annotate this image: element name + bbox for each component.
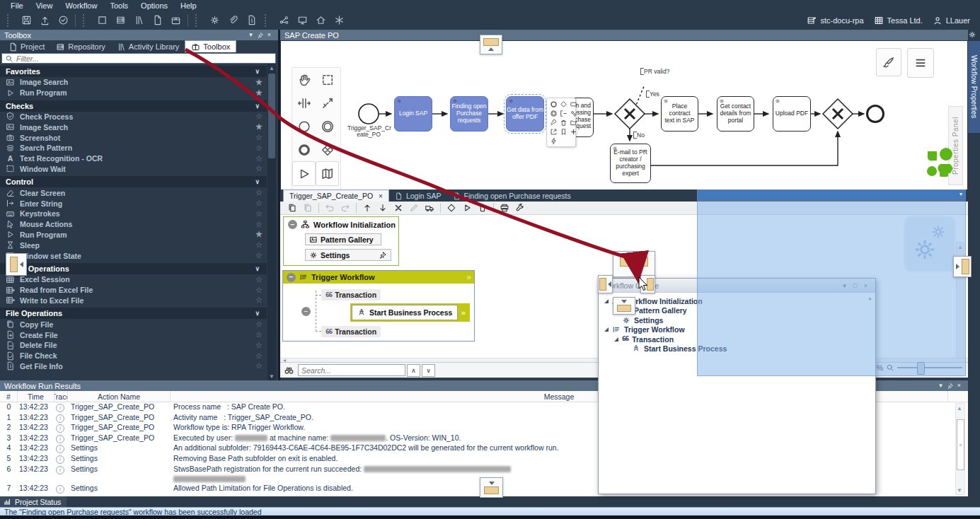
group-trigger-workflow[interactable]: − Trigger Workflow » 66 Transaction − St…	[282, 270, 475, 342]
search-previous-button[interactable]: ∧	[407, 364, 420, 377]
toolbox-item-sleep[interactable]: Sleep☆	[0, 240, 267, 250]
palette-intermediate-event[interactable]	[316, 115, 339, 138]
toolbox-item-copy-file[interactable]: Copy File☆	[0, 319, 267, 330]
menu-item-file[interactable]: File	[4, 1, 30, 10]
outline-node-trigger-workflow[interactable]: Trigger Workflow	[604, 325, 685, 334]
toolbox-item-get-file-info[interactable]: Get File Info☆	[0, 361, 267, 372]
tab-workflow-properties[interactable]: Workflow Properties	[968, 41, 980, 133]
editor-toolbar-printer-button[interactable]	[497, 202, 512, 214]
menu-item-workflow[interactable]: Workflow	[59, 1, 103, 10]
results-column-trace[interactable]: Trace	[54, 391, 68, 402]
toolbox-item-search-pattern[interactable]: Search Pattern☆	[0, 143, 267, 153]
favorite-star-icon[interactable]: ☆	[254, 330, 264, 339]
editor-toolbar-wrench-button[interactable]	[512, 202, 528, 214]
diagram-menu-button[interactable]	[907, 48, 934, 78]
dock-guide-tab-bottom-icon[interactable]	[613, 297, 635, 315]
favorite-star-icon[interactable]: ★	[254, 78, 264, 87]
favorite-star-icon[interactable]: ☆	[254, 133, 264, 142]
toolbox-item-file-check[interactable]: File Check☆	[0, 351, 267, 361]
outline-node-settings[interactable]: Settings	[614, 315, 663, 325]
collapse-button[interactable]: −	[301, 307, 311, 316]
favorite-star-icon[interactable]: ☆	[254, 154, 264, 163]
tab-activity-library[interactable]: Activity Library	[111, 41, 185, 52]
scrollbar-thumb[interactable]	[268, 74, 275, 158]
dock-guide-tab-top-icon[interactable]	[613, 251, 655, 277]
bpmn-task-place-contract-text-in-sap[interactable]: Place contracttext in SAP	[661, 96, 698, 132]
toolbar-button-new-document[interactable]	[93, 13, 110, 28]
toolbox-item-image-search[interactable]: Image Search★	[0, 77, 267, 88]
toolbox-pin-icon[interactable]	[255, 31, 265, 40]
favorite-star-icon[interactable]: ★	[254, 122, 264, 132]
toolbar-button-publish[interactable]	[36, 13, 53, 28]
toolbar-button-activity-library[interactable]	[130, 13, 147, 28]
toolbox-item-clear-screen[interactable]: Clear Screen☆	[0, 187, 267, 198]
favorite-star-icon[interactable]: ☆	[254, 240, 264, 250]
editor-toolbar-copy-button[interactable]	[284, 202, 300, 214]
toolbar-button-attachments[interactable]	[224, 13, 241, 28]
favorite-star-icon[interactable]: ☆	[254, 188, 264, 197]
pad-lightning[interactable]	[548, 136, 558, 146]
workspace-chip[interactable]: stc-docu-rpa	[807, 16, 863, 25]
toolbox-item-run-program[interactable]: Run Program★	[0, 88, 267, 98]
bpmn-task-login-sap[interactable]: Login SAP	[394, 96, 432, 132]
group-workflow-initialization[interactable]: − Workflow Initialization Pattern Galler…	[283, 216, 399, 266]
bpmn-task-get-data-from-offer-pdf[interactable]: Get data fromoffer PDF	[506, 96, 544, 132]
favorite-star-icon[interactable]: ★	[254, 88, 264, 98]
results-pin-icon[interactable]	[945, 382, 955, 390]
dock-guide-top-icon[interactable]	[480, 35, 502, 54]
editor-tab-finding-open-purchase-requests[interactable]: Finding open Purchase requests	[447, 190, 577, 202]
section-header-excel-operations[interactable]: Excel Operations∨	[0, 263, 267, 274]
favorite-star-icon[interactable]: ☆	[254, 164, 264, 173]
favorite-star-icon[interactable]: ★	[254, 230, 264, 239]
collapse-button[interactable]: −	[287, 273, 296, 282]
toolbox-item-image-search[interactable]: Image Search★	[0, 122, 267, 132]
bpmn-context-pad[interactable]	[546, 98, 576, 147]
transaction-item-bottom[interactable]: 66 Transaction	[321, 326, 381, 337]
collapse-button[interactable]: −	[288, 220, 297, 229]
tab-toolbox[interactable]: Toolbox	[185, 40, 236, 52]
dock-guide-tab-right-icon[interactable]	[640, 275, 655, 293]
search-next-button[interactable]: ∨	[422, 364, 435, 377]
expand-chevrons-icon[interactable]: »	[458, 305, 468, 320]
toolbar-group-handle[interactable]	[195, 14, 202, 27]
search-input[interactable]	[298, 364, 405, 376]
palette-data-store-map[interactable]	[316, 161, 339, 186]
dock-guide-right-edge-icon[interactable]	[953, 256, 972, 277]
pad-append-annotation[interactable]	[558, 109, 568, 118]
editor-toolbar-pen-button[interactable]	[406, 202, 422, 214]
transaction-item-top[interactable]: 66 Transaction	[321, 289, 381, 301]
toolbox-item-run-program[interactable]: Run Program★	[0, 230, 267, 240]
editor-toolbar-paste-button[interactable]	[300, 202, 316, 214]
trigger-workflow-header[interactable]: − Trigger Workflow »	[283, 271, 474, 284]
editor-toolbar-undo-button[interactable]	[322, 202, 338, 214]
brush-button[interactable]	[876, 48, 901, 76]
toolbar-button-document[interactable]	[149, 13, 166, 28]
pad-bookmark[interactable]	[558, 127, 568, 136]
toolbox-item-read-from-excel-file[interactable]: Read from Excel File☆	[0, 285, 267, 296]
pad-append-service-task[interactable]	[568, 109, 578, 118]
bpmn-task-upload-pdf[interactable]: Upload PDF	[773, 96, 811, 132]
palette-space-tool[interactable]	[292, 91, 316, 115]
toolbox-item-keystrokes[interactable]: Keystrokes☆	[0, 209, 267, 219]
editor-toolbar-arrow-down-button[interactable]	[375, 202, 391, 214]
bpmn-task-email-to-pr-creator[interactable]: E-mail to PRcreator /purchasingexpert	[610, 144, 651, 183]
filter-input[interactable]	[13, 54, 272, 64]
editor-toolbar-delete-x-button[interactable]	[391, 202, 406, 214]
favorite-star-icon[interactable]: ☆	[254, 275, 264, 284]
favorite-star-icon[interactable]: ☆	[254, 341, 264, 350]
toolbar-button-remote-desktop[interactable]	[294, 13, 311, 28]
start-business-process-button[interactable]: Start Business Process	[352, 305, 458, 320]
toolbar-button-validate[interactable]	[54, 13, 71, 28]
palette-connect-tool[interactable]	[316, 91, 339, 115]
pad-append-end-event[interactable]	[548, 100, 558, 109]
scrollbar-thumb[interactable]: ≡	[957, 419, 964, 470]
results-column-action-name[interactable]: Action Name	[68, 391, 171, 402]
editor-toolbar-redo-button[interactable]	[338, 202, 353, 214]
toolbar-button-connections[interactable]	[275, 13, 292, 28]
pad-append-task[interactable]	[568, 100, 578, 109]
dock-guide-bottom-icon[interactable]	[480, 477, 503, 498]
pattern-gallery-button[interactable]: Pattern Gallery	[305, 233, 381, 245]
toolbox-item-write-to-excel-file[interactable]: Write to Excel File☆	[0, 296, 267, 306]
favorite-star-icon[interactable]: ☆	[254, 361, 264, 371]
favorite-star-icon[interactable]: ☆	[254, 209, 264, 218]
